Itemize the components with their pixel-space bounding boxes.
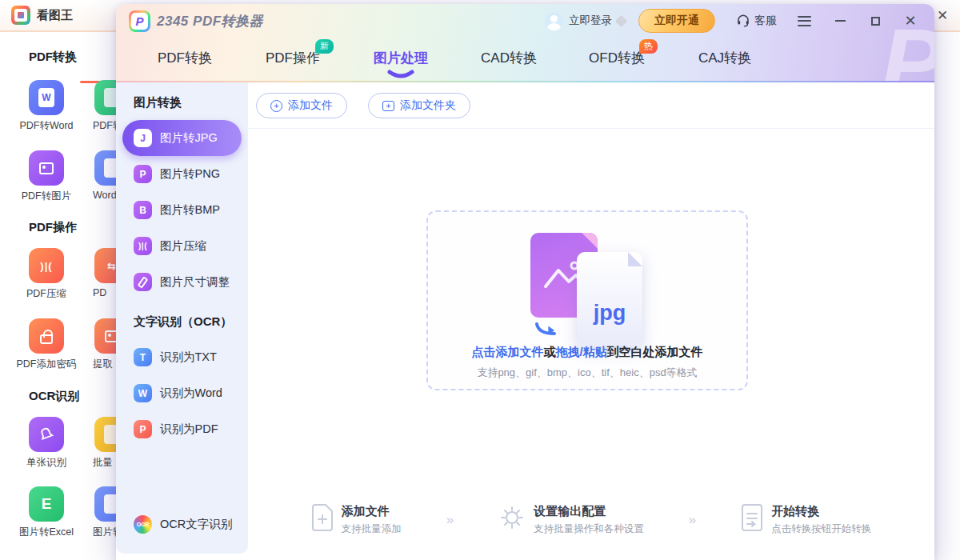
compress-icon: )|( bbox=[40, 260, 52, 272]
step-output-config: 设置输出配置 支持批量操作和各种设置 bbox=[498, 504, 644, 536]
sidebar-section-image-convert: 图片转换 bbox=[116, 95, 248, 110]
bgapp-section-pdf-convert: PDF转换 bbox=[29, 50, 77, 65]
word-doc-icon: W bbox=[38, 88, 54, 107]
photo-icon bbox=[39, 162, 54, 174]
dialog-sidebar: 图片转换 J 图片转JPG P 图片转PNG B 图片转BMP )|( 图片压缩… bbox=[116, 82, 248, 554]
close-button[interactable]: ✕ bbox=[904, 14, 917, 27]
bgapp-title: 看图王 bbox=[37, 8, 73, 23]
txt-icon: T bbox=[134, 348, 152, 366]
dropzone-supported-formats: 支持png、gif、bmp、ico、tif、heic、psd等格式 bbox=[428, 366, 746, 380]
tab-caj-convert[interactable]: CAJ转换 bbox=[697, 49, 753, 67]
tile-image-to-excel[interactable]: E bbox=[29, 486, 64, 522]
tile-label: 图片转Excel bbox=[6, 526, 86, 539]
active-tab-smile-underline bbox=[386, 70, 415, 79]
app-title: 2345 PDF转换器 bbox=[157, 12, 263, 30]
upgrade-button[interactable]: 立即开通 bbox=[638, 9, 715, 33]
minimize-button[interactable] bbox=[834, 14, 846, 27]
app-logo-icon: P bbox=[129, 10, 150, 32]
bmp-icon: B bbox=[134, 201, 152, 219]
tab-pdf-convert[interactable]: PDF转换 bbox=[157, 49, 213, 67]
steps-guide: 添加文件 支持批量添加 » 设置输出配置 支持批量操作和各种设置 bbox=[248, 504, 934, 536]
sidebar-item-image-to-png[interactable]: P 图片转PNG bbox=[122, 156, 242, 192]
sidebar-item-image-to-jpg[interactable]: J 图片转JPG bbox=[122, 120, 242, 156]
sidebar-item-ocr-text-recognition[interactable]: OCR OCR文字识别 bbox=[122, 506, 242, 542]
tile-pdf-compress[interactable]: )|( bbox=[29, 248, 64, 283]
jpg-file-icon: jpg bbox=[577, 252, 642, 346]
tab-ofd-convert[interactable]: OFD转换热 bbox=[589, 49, 645, 67]
step-start-convert: 开始转换 点击转换按钮开始转换 bbox=[741, 504, 871, 536]
customer-service-button[interactable]: 客服 bbox=[736, 14, 777, 28]
pdf-icon: P bbox=[134, 420, 152, 438]
dropzone-title: 点击添加文件或拖拽/粘贴到空白处添加文件 bbox=[428, 345, 746, 360]
menu-icon[interactable] bbox=[798, 16, 811, 26]
doc-convert-icon bbox=[741, 504, 763, 531]
dialog-header: P P 2345 PDF转换器 立即登录 立即开通 客服 bbox=[116, 4, 934, 82]
tile-pdf-password[interactable] bbox=[29, 318, 64, 354]
word-icon: W bbox=[134, 384, 152, 402]
ruler-icon bbox=[134, 273, 152, 291]
add-folder-button[interactable]: 添加文件夹 bbox=[368, 93, 470, 118]
tile-label: PDF压缩 bbox=[6, 287, 86, 301]
sidebar-item-image-resize[interactable]: 图片尺寸调整 bbox=[122, 264, 242, 300]
chevron-right-icon: » bbox=[446, 512, 454, 528]
titlebar: P 2345 PDF转换器 立即登录 立即开通 客服 bbox=[116, 4, 934, 38]
add-file-button[interactable]: 添加文件 bbox=[256, 93, 347, 118]
main-content: 添加文件 添加文件夹 jpg bbox=[248, 82, 934, 560]
sidebar-item-ocr-pdf[interactable]: P 识别为PDF bbox=[122, 411, 242, 447]
jpg-icon: J bbox=[134, 129, 152, 147]
step-add-file: 添加文件 支持批量添加 bbox=[311, 504, 402, 536]
tile-label: PDF添加密码 bbox=[6, 358, 86, 371]
sidebar-item-ocr-txt[interactable]: T 识别为TXT bbox=[122, 339, 242, 375]
tile-single-ocr[interactable] bbox=[29, 417, 64, 452]
tab-image-processing[interactable]: 图片处理 bbox=[373, 49, 429, 79]
bell-icon bbox=[38, 426, 55, 443]
circle-plus-icon bbox=[270, 100, 282, 112]
headset-icon bbox=[736, 14, 750, 28]
file-dropzone[interactable]: jpg 点击添加文件或拖拽/粘贴到空白处添加文件 支持png、gif、bmp、i… bbox=[426, 210, 748, 390]
png-icon: P bbox=[134, 165, 152, 183]
tab-pdf-ops[interactable]: PDF操作新 bbox=[265, 49, 321, 67]
excel-letter-icon: E bbox=[42, 495, 52, 513]
compress-icon: )|( bbox=[134, 237, 152, 255]
maximize-button[interactable] bbox=[869, 14, 882, 27]
tile-label: 单张识别 bbox=[6, 456, 86, 470]
tile-pdf-to-image[interactable] bbox=[29, 150, 64, 186]
jpg-label: jpg bbox=[594, 302, 626, 324]
login-link[interactable]: 立即登录 bbox=[569, 14, 612, 28]
pdf-converter-window: P P 2345 PDF转换器 立即登录 立即开通 客服 bbox=[116, 4, 934, 560]
tile-label: PDF转图片 bbox=[6, 190, 86, 203]
vip-diamond-icon bbox=[615, 14, 628, 27]
toolbar: 添加文件 添加文件夹 bbox=[248, 82, 934, 129]
convert-arrow-icon bbox=[534, 322, 566, 343]
sidebar-item-image-to-bmp[interactable]: B 图片转BMP bbox=[122, 192, 242, 228]
tab-cad-convert[interactable]: CAD转换 bbox=[481, 49, 537, 67]
bgapp-section-ocr: OCR识别 bbox=[29, 389, 79, 404]
gear-icon bbox=[498, 504, 526, 531]
tile-pdf-to-word[interactable]: W bbox=[29, 80, 64, 115]
sidebar-item-image-compress[interactable]: )|( 图片压缩 bbox=[122, 228, 242, 264]
chevron-right-icon: » bbox=[689, 512, 696, 528]
ocr-rainbow-icon: OCR bbox=[134, 515, 152, 534]
hot-badge: 热 bbox=[639, 39, 658, 54]
sidebar-item-ocr-word[interactable]: W 识别为Word bbox=[122, 375, 242, 411]
tab-bar: PDF转换 PDF操作新 图片处理 CAD转换 OFD转换热 CAJ转换 bbox=[116, 38, 934, 79]
doc-plus-icon bbox=[311, 504, 334, 531]
avatar[interactable] bbox=[545, 12, 563, 30]
kantuwang-logo-icon bbox=[11, 6, 30, 25]
sidebar-section-ocr: 文字识别（OCR） bbox=[116, 314, 248, 330]
lock-icon bbox=[40, 334, 53, 344]
new-badge: 新 bbox=[315, 39, 334, 54]
tile-label: PDF转Word bbox=[6, 119, 86, 133]
bgapp-close-icon[interactable]: ✕ bbox=[933, 6, 952, 26]
titlebar-right: 立即登录 立即开通 客服 ✕ bbox=[545, 9, 922, 33]
dropzone-illustration: jpg bbox=[428, 212, 746, 340]
folder-plus-icon bbox=[382, 101, 394, 111]
dialog-body: 图片转换 J 图片转JPG P 图片转PNG B 图片转BMP )|( 图片压缩… bbox=[116, 82, 934, 560]
bgapp-section-pdf-ops: PDF操作 bbox=[29, 220, 77, 235]
